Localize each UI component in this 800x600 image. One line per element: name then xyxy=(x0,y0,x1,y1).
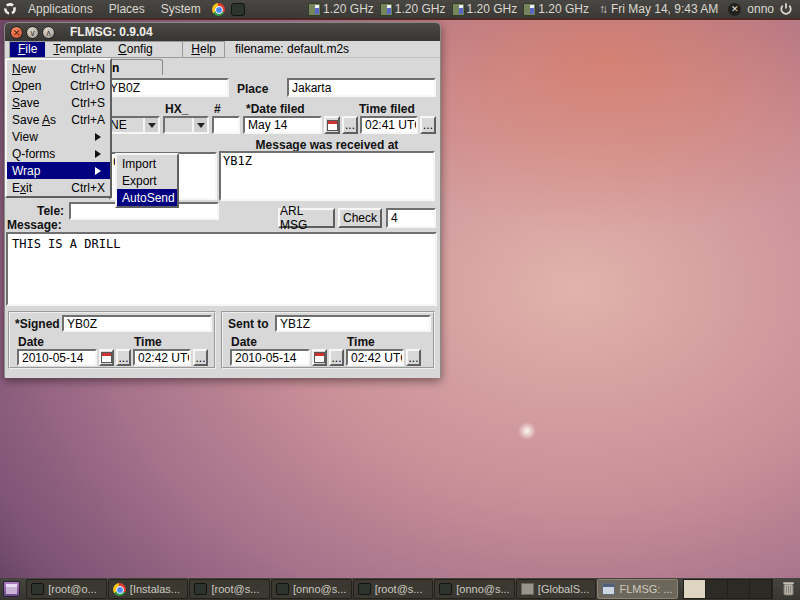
message-textarea[interactable]: THIS IS A DRILL xyxy=(6,232,437,306)
maximize-button[interactable]: ∧ xyxy=(42,26,55,39)
menu-item-view[interactable]: View xyxy=(7,128,110,145)
time-filed-more-button[interactable]: ... xyxy=(420,116,436,134)
number-label: # xyxy=(214,102,221,116)
sent-to-label: Sent to xyxy=(228,317,269,331)
sent-date-label: Date xyxy=(231,335,257,349)
menu-help[interactable]: Help xyxy=(182,42,224,57)
submenu-arrow-icon xyxy=(95,167,105,175)
workspace-2[interactable] xyxy=(706,580,728,598)
terminal-launcher-icon[interactable] xyxy=(231,3,245,16)
menu-item-new[interactable]: NewCtrl+N xyxy=(7,60,110,77)
taskbar-button-terminal-1[interactable]: [root@o... xyxy=(26,579,107,599)
show-desktop-button[interactable] xyxy=(3,581,20,597)
chevron-down-icon xyxy=(192,118,207,132)
signed-time-more-button[interactable]: ... xyxy=(193,349,208,366)
message-number-field[interactable] xyxy=(212,116,240,134)
close-button[interactable]: ✕ xyxy=(10,26,23,39)
cpu-freq-applet[interactable]: 1.20 GHz xyxy=(306,2,376,16)
taskbar-button-browser[interactable]: [Instalas... xyxy=(108,579,189,599)
sent-time-field[interactable]: 02:42 UTC xyxy=(346,349,404,366)
cpu-freq-applet[interactable]: 1.20 GHz xyxy=(378,2,448,16)
clock[interactable]: Fri May 14, 9:43 AM xyxy=(611,2,718,16)
taskbar-button-terminal-5[interactable]: [onno@s... xyxy=(434,579,515,599)
taskbar-button-terminal-4[interactable]: [root@s... xyxy=(353,579,434,599)
filename-label: filename: default.m2s xyxy=(235,42,349,56)
taskbar-button-globals[interactable]: [GlobalS... xyxy=(516,579,597,599)
menu-item-import[interactable]: Import xyxy=(117,155,177,172)
sent-date-field[interactable]: 2010-05-14 xyxy=(230,349,310,366)
chrome-launcher-icon[interactable] xyxy=(212,3,225,16)
hx-dropdown[interactable] xyxy=(163,116,209,134)
window-titlebar[interactable]: ✕ ∨ ∧ FLMSG: 0.9.04 xyxy=(5,23,440,41)
menu-item-autosend[interactable]: AutoSend xyxy=(117,189,177,206)
station-of-origin-field[interactable]: YB0Z xyxy=(105,78,229,97)
menu-item-open[interactable]: OpenCtrl+O xyxy=(7,77,110,94)
cpu-chip-icon xyxy=(452,3,465,16)
menu-item-exit[interactable]: ExitCtrl+X xyxy=(7,179,110,196)
arl-msg-button[interactable]: ARL MSG xyxy=(278,208,335,228)
sent-time-more-button[interactable]: ... xyxy=(406,349,421,366)
window-title: FLMSG: 0.9.04 xyxy=(70,25,153,39)
check-count-field[interactable]: 4 xyxy=(386,208,436,228)
window-icon xyxy=(602,583,615,595)
tele-label: Tele: xyxy=(37,204,64,218)
places-menu[interactable]: Places xyxy=(101,0,153,18)
workspace-4[interactable] xyxy=(750,580,772,598)
power-icon[interactable] xyxy=(779,2,793,16)
taskbar-button-flmsg[interactable]: FLMSG: ... xyxy=(597,579,678,599)
desktop-root: Applications Places System 1.20 GHz 1.20… xyxy=(0,0,800,600)
menu-file[interactable]: File xyxy=(10,42,45,57)
workspace-1[interactable] xyxy=(684,580,706,598)
date-filed-more-button[interactable]: ... xyxy=(342,116,358,134)
menu-item-save-as[interactable]: Save AsCtrl+A xyxy=(7,111,110,128)
top-panel: Applications Places System 1.20 GHz 1.20… xyxy=(0,0,800,20)
minimize-button[interactable]: ∨ xyxy=(26,26,39,39)
terminal-icon xyxy=(439,583,452,595)
menu-item-q-forms[interactable]: Q-forms xyxy=(7,145,110,162)
sent-to-field[interactable]: YB1Z xyxy=(275,315,431,332)
taskbar-button-terminal-3[interactable]: [onno@s... xyxy=(271,579,352,599)
signed-date-more-button[interactable]: ... xyxy=(116,349,131,366)
file-dropdown-menu: NewCtrl+N OpenCtrl+O SaveCtrl+S Save AsC… xyxy=(5,58,112,198)
wrap-submenu: Import Export AutoSend xyxy=(115,153,179,208)
applications-menu[interactable]: Applications xyxy=(20,0,101,18)
menu-item-wrap[interactable]: Wrap xyxy=(7,162,110,179)
precedence-dropdown[interactable]: NE xyxy=(105,116,160,134)
network-updown-icon[interactable]: ↑↓ xyxy=(593,2,609,16)
hx-label: HX_ xyxy=(165,102,188,116)
cpu-freq-label: 1.20 GHz xyxy=(323,2,374,16)
workspace-switcher xyxy=(683,579,773,599)
signed-field[interactable]: YB0Z xyxy=(62,315,212,332)
menu-template[interactable]: Template xyxy=(45,42,110,57)
date-filed-calendar-button[interactable] xyxy=(324,116,340,134)
workspace-3[interactable] xyxy=(728,580,750,598)
ubuntu-logo-icon[interactable] xyxy=(3,2,17,16)
sent-date-more-button[interactable]: ... xyxy=(329,349,344,366)
system-menu[interactable]: System xyxy=(153,0,209,18)
terminal-icon xyxy=(358,583,371,595)
trash-icon[interactable] xyxy=(781,580,796,598)
sent-date-calendar-button[interactable] xyxy=(312,349,327,366)
signed-group: *Signed YB0Z Date Time 2010-05-14 ... 02… xyxy=(8,311,216,369)
menu-item-export[interactable]: Export xyxy=(117,172,177,189)
signed-date-field[interactable]: 2010-05-14 xyxy=(17,349,97,366)
time-filed-field[interactable]: 02:41 UTC xyxy=(360,116,418,134)
signed-time-label: Time xyxy=(134,335,162,349)
user-menu[interactable]: onno xyxy=(747,2,774,16)
presence-status-icon[interactable]: ✕ xyxy=(728,3,741,16)
place-field[interactable]: Jakarta xyxy=(287,78,436,97)
message-label: Message: xyxy=(7,218,62,232)
signed-date-calendar-button[interactable] xyxy=(99,349,114,366)
check-button[interactable]: Check xyxy=(338,208,382,228)
sent-to-group: Sent to YB1Z Date Time 2010-05-14 ... 02… xyxy=(221,311,435,369)
cpu-freq-label: 1.20 GHz xyxy=(538,2,589,16)
menu-config[interactable]: Config xyxy=(110,42,161,57)
menu-item-save[interactable]: SaveCtrl+S xyxy=(7,94,110,111)
signed-time-field[interactable]: 02:42 UTC xyxy=(133,349,191,366)
taskbar-button-terminal-2[interactable]: [root@s... xyxy=(189,579,270,599)
calendar-icon xyxy=(101,352,112,363)
cpu-freq-applet[interactable]: 1.20 GHz xyxy=(450,2,520,16)
received-station-box[interactable]: YB1Z xyxy=(219,151,435,201)
date-filed-field[interactable]: May 14 xyxy=(243,116,322,134)
cpu-freq-applet[interactable]: 1.20 GHz xyxy=(521,2,591,16)
